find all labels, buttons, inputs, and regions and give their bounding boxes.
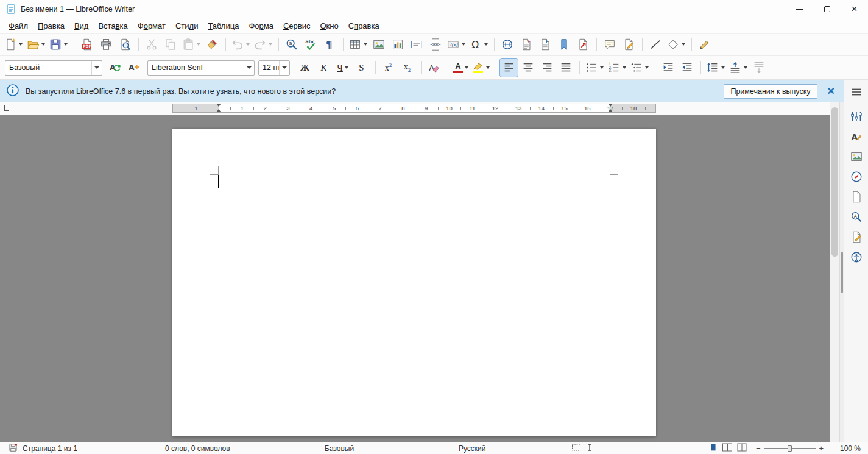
- font-color-button[interactable]: A: [452, 59, 470, 77]
- line-spacing-button[interactable]: [705, 59, 726, 77]
- dropdown-arrow-icon[interactable]: [197, 43, 200, 46]
- insert-footnote-button[interactable]: 1: [517, 35, 535, 54]
- infobar-close-icon[interactable]: ✕: [827, 87, 835, 96]
- list-outline-button[interactable]: [629, 59, 650, 77]
- menu-file[interactable]: Файл: [4, 20, 33, 32]
- dropdown-arrow-icon[interactable]: [462, 43, 465, 46]
- horizontal-ruler[interactable]: 1123456789101112131415161718: [0, 102, 830, 115]
- close-button[interactable]: ×: [841, 0, 868, 18]
- insert-special-character-button[interactable]: Ω: [468, 35, 489, 54]
- formatting-marks-button[interactable]: ¶: [320, 35, 338, 54]
- basic-shapes-button[interactable]: [665, 35, 686, 54]
- menu-form[interactable]: Форма: [244, 20, 278, 32]
- menu-tools[interactable]: Сервис: [278, 20, 316, 32]
- chevron-down-icon[interactable]: [91, 61, 102, 75]
- clone-formatting-button[interactable]: [203, 35, 221, 54]
- zoom-in-button[interactable]: +: [819, 444, 824, 452]
- dropdown-arrow-icon[interactable]: [744, 66, 747, 69]
- dropdown-arrow-icon[interactable]: [269, 43, 272, 46]
- dropdown-arrow-icon[interactable]: [64, 43, 68, 46]
- insert-bookmark-button[interactable]: [555, 35, 573, 54]
- font-name-combo[interactable]: Liberation Serif: [147, 60, 255, 76]
- font-size-combo[interactable]: 12 пт: [258, 60, 290, 76]
- zoom-slider-thumb[interactable]: [788, 445, 792, 452]
- zoom-slider[interactable]: [764, 445, 816, 452]
- insert-chart-button[interactable]: [389, 35, 406, 54]
- indent-increase-button[interactable]: [659, 59, 677, 77]
- menu-styles[interactable]: Стили: [171, 20, 203, 32]
- insert-hyperlink-button[interactable]: [498, 35, 516, 54]
- maximize-button[interactable]: [813, 0, 841, 18]
- dropdown-arrow-icon[interactable]: [41, 43, 45, 46]
- dropdown-arrow-icon[interactable]: [682, 43, 685, 46]
- scrollbar-thumb[interactable]: [831, 107, 838, 257]
- insert-field-button[interactable]: f(x): [445, 35, 467, 54]
- zoom-out-button[interactable]: −: [756, 444, 761, 452]
- view-single-page-button[interactable]: [708, 442, 718, 454]
- document-page[interactable]: [172, 129, 656, 436]
- print-preview-button[interactable]: [116, 35, 133, 54]
- draw-functions-button[interactable]: [696, 35, 713, 54]
- dropdown-arrow-icon[interactable]: [486, 66, 490, 69]
- insert-endnote-button[interactable]: i: [536, 35, 554, 54]
- spelling-button[interactable]: abc: [302, 35, 319, 54]
- sidebar-settings-button[interactable]: [847, 83, 866, 101]
- strikethrough-button[interactable]: S: [353, 59, 370, 77]
- dropdown-arrow-icon[interactable]: [721, 66, 725, 69]
- print-button[interactable]: [97, 35, 115, 54]
- align-justify-button[interactable]: [557, 59, 574, 77]
- subscript-button[interactable]: x2: [398, 59, 416, 77]
- new-document-button[interactable]: [2, 35, 24, 54]
- style-inspector-button[interactable]: A: [847, 208, 866, 225]
- dropdown-arrow-icon[interactable]: [345, 66, 348, 69]
- properties-button[interactable]: [847, 108, 866, 125]
- accessibility-check-button[interactable]: [847, 249, 866, 266]
- export-pdf-button[interactable]: PDF: [78, 35, 96, 54]
- underline-button[interactable]: Ч: [334, 59, 351, 77]
- superscript-button[interactable]: x2: [379, 59, 397, 77]
- insert-line-button[interactable]: [646, 35, 664, 54]
- page-number-status[interactable]: Страница 1 из 1: [23, 444, 77, 453]
- list-bullet-button[interactable]: [584, 59, 605, 77]
- sidebar-toggle-grip[interactable]: [839, 102, 844, 442]
- track-changes-button[interactable]: [619, 35, 637, 54]
- minimize-button[interactable]: [786, 0, 813, 18]
- align-right-button[interactable]: [538, 59, 556, 77]
- insert-comment-button[interactable]: [601, 35, 618, 54]
- menu-view[interactable]: Вид: [69, 20, 94, 32]
- open-button[interactable]: [25, 35, 46, 54]
- language-status[interactable]: Русский: [459, 444, 486, 453]
- insert-page-break-button[interactable]: [426, 35, 444, 54]
- page-button[interactable]: [847, 188, 866, 205]
- left-indent-marker[interactable]: [216, 104, 222, 112]
- gallery-button[interactable]: [847, 148, 866, 165]
- word-count-status[interactable]: 0 слов, 0 символов: [165, 444, 230, 453]
- view-multi-page-button[interactable]: [722, 442, 733, 454]
- highlight-color-button[interactable]: [471, 59, 491, 77]
- bold-button[interactable]: Ж: [296, 59, 314, 77]
- menu-edit[interactable]: Правка: [33, 20, 69, 32]
- menu-table[interactable]: Таблица: [203, 20, 244, 32]
- menu-format[interactable]: Формат: [133, 20, 171, 32]
- dropdown-arrow-icon[interactable]: [600, 66, 604, 69]
- view-book-button[interactable]: [736, 442, 747, 454]
- dropdown-arrow-icon[interactable]: [246, 43, 250, 46]
- page-style-status[interactable]: Базовый: [325, 444, 354, 453]
- dropdown-arrow-icon[interactable]: [645, 66, 649, 69]
- dropdown-arrow-icon[interactable]: [623, 66, 626, 69]
- menu-help[interactable]: Справка: [344, 20, 384, 32]
- dropdown-arrow-icon[interactable]: [465, 66, 468, 69]
- align-center-button[interactable]: [519, 59, 537, 77]
- chevron-down-icon[interactable]: [279, 61, 289, 75]
- selection-rectangle-icon[interactable]: [571, 443, 581, 453]
- chevron-down-icon[interactable]: [244, 61, 254, 75]
- indent-decrease-button[interactable]: [678, 59, 696, 77]
- insert-table-button[interactable]: [347, 35, 369, 54]
- update-style-button[interactable]: A: [106, 59, 124, 77]
- menu-insert[interactable]: Вставка: [93, 20, 132, 32]
- document-canvas[interactable]: [0, 115, 830, 442]
- paragraph-style-combo[interactable]: Базовый: [5, 60, 102, 76]
- dropdown-arrow-icon[interactable]: [19, 43, 23, 46]
- clear-formatting-button[interactable]: A: [425, 59, 443, 77]
- paragraph-spacing-increase-button[interactable]: [727, 59, 749, 77]
